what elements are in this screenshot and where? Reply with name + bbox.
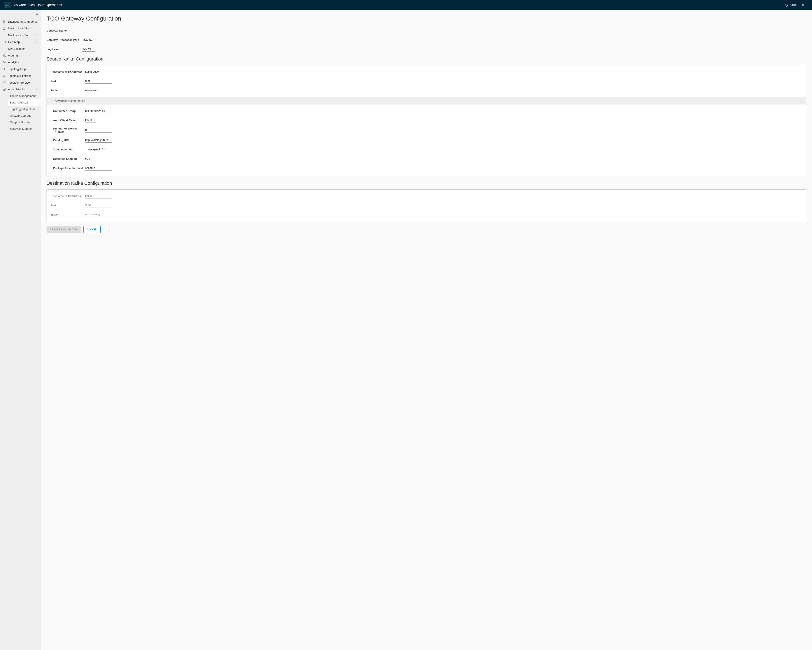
caret-down-icon	[93, 119, 96, 121]
gateway-processor-type-select[interactable]: rawdata	[82, 37, 96, 42]
gauge-icon	[3, 34, 6, 37]
select-value: latest	[85, 118, 92, 122]
dest-kafka-heading: Destination Kafka Configuration	[47, 180, 806, 186]
sidebar-item-label: Topology Service	[8, 81, 38, 84]
wrench-icon	[3, 47, 6, 50]
source-kafka-panel: Hostname or IP Address Port Topic Advanc…	[47, 65, 806, 176]
sidebar-item-label: Notifications View	[8, 27, 34, 30]
sidebar-item-notifications-summary[interactable]: Notifications Summ…	[0, 32, 41, 38]
chevron-down-icon	[35, 88, 38, 90]
dest-kafka-panel: Hostname or IP Address Port Topic	[47, 190, 806, 222]
sub-support-bundle[interactable]: Support Bundle	[8, 119, 41, 125]
sidebar-item-geo-map[interactable]: Geo Map	[0, 38, 41, 45]
pkg-id-field-input[interactable]	[85, 165, 112, 171]
label-src-port: Port	[50, 80, 85, 83]
sidebar-item-dashboards[interactable]: Dashboards & Reports	[0, 18, 41, 25]
chevron-right-icon	[35, 34, 38, 37]
create-collector-button: CREATE COLLECTOR	[47, 226, 81, 233]
alert-icon	[3, 54, 6, 57]
home-icon	[3, 27, 6, 30]
chevron-right-icon	[35, 27, 38, 30]
label-collector-name: Collector Name	[47, 29, 82, 32]
zookeeper-url-input[interactable]	[85, 147, 112, 152]
link-icon	[3, 81, 6, 84]
worker-threads-input[interactable]	[85, 128, 112, 133]
sidebar-item-notifications-view[interactable]: Notifications View	[0, 25, 41, 32]
svg-point-19	[4, 89, 5, 90]
sidebar-item-alerting[interactable]: Alerting	[0, 52, 41, 59]
svg-marker-7	[3, 41, 6, 43]
stats-enabled-select[interactable]: true	[85, 156, 94, 161]
topbar-left: vm VMware Telco Cloud Operations	[4, 2, 62, 8]
dst-hostname-input[interactable]	[85, 193, 112, 199]
app-title: VMware Telco Cloud Operations	[14, 3, 62, 7]
sidebar-item-topology-service[interactable]: Topology Service	[0, 79, 41, 86]
sub-gateway-mapper[interactable]: Gateway Mapper	[8, 125, 41, 132]
dashboards-icon	[3, 20, 6, 23]
sidebar-item-administration[interactable]: Administration	[0, 86, 41, 93]
label-catalog-url: Catalog URL	[53, 139, 85, 142]
sidebar-item-topology-map[interactable]: Topology Map	[0, 66, 41, 72]
moon-icon	[785, 3, 788, 7]
sub-system-upgrade[interactable]: System Upgrade	[8, 112, 41, 119]
catalog-url-input[interactable]	[85, 138, 112, 142]
log-level-select[interactable]: WARN	[82, 47, 95, 52]
sidebar-item-label: Dashboards & Reports	[8, 20, 38, 23]
sub-data-collector[interactable]: Data Collector	[8, 99, 41, 106]
sidebar: Dashboards & Reports Notifications View …	[0, 10, 41, 650]
label-dst-hostname: Hostname or IP Address	[50, 194, 85, 197]
sub-topology-map-config[interactable]: Topology Map Configurat…	[8, 106, 41, 112]
list-icon	[3, 74, 6, 78]
topbar-right: DARK	[785, 3, 808, 7]
map-icon	[3, 40, 6, 44]
chevron-right-icon	[35, 41, 38, 43]
dark-label: DARK	[790, 4, 797, 6]
src-hostname-input[interactable]	[85, 69, 112, 74]
label-pkg-id-field: Package Identifier field	[53, 167, 85, 170]
select-value: WARN	[82, 47, 91, 50]
gear-icon	[3, 87, 6, 91]
vmware-logo: vm	[4, 2, 11, 8]
auto-offset-select[interactable]: latest	[85, 118, 96, 123]
sidebar-collapse-button[interactable]	[0, 12, 41, 18]
sidebar-item-label: KPI Designer	[8, 47, 38, 50]
sidebar-item-kpi-designer[interactable]: KPI Designer	[0, 45, 41, 52]
dst-topic-input[interactable]	[85, 212, 112, 217]
svg-line-15	[4, 69, 5, 70]
caret-down-icon	[92, 48, 95, 50]
form-actions: CREATE COLLECTOR CANCEL	[47, 226, 806, 233]
dark-mode-toggle[interactable]: DARK	[785, 3, 797, 7]
topbar: vm VMware Telco Cloud Operations DARK	[0, 0, 812, 10]
sidebar-item-topology-explorer[interactable]: Topology Explorer	[0, 72, 41, 79]
sidebar-item-label: Administration	[8, 88, 34, 91]
select-value: rawdata	[82, 38, 92, 41]
svg-line-6	[4, 35, 5, 35]
sidebar-item-label: Topology Explorer	[8, 74, 38, 78]
double-chevron-left-icon	[35, 13, 38, 16]
sidebar-item-label: Analytics	[8, 61, 38, 64]
sidebar-item-analytics[interactable]: Analytics	[0, 59, 41, 66]
sub-profile-management[interactable]: Profile Management	[8, 93, 41, 99]
label-gateway-processor-type: Gateway Processor Type	[47, 38, 82, 41]
svg-line-14	[4, 68, 5, 69]
page-title: TCO-Gateway Configuration	[47, 15, 806, 22]
source-kafka-heading: Source Kafka Configuration	[47, 56, 806, 62]
label-src-topic: Topic	[50, 89, 85, 92]
label-auto-offset: Auto Offset Reset	[53, 119, 85, 122]
cancel-button[interactable]: CANCEL	[83, 226, 101, 233]
src-topic-input[interactable]	[85, 88, 112, 93]
advanced-config-label: Advanced Configuration	[55, 99, 85, 102]
caret-down-icon	[94, 39, 96, 41]
user-menu[interactable]	[801, 3, 808, 7]
collector-name-input[interactable]	[82, 28, 110, 33]
advanced-config-toggle[interactable]: Advanced Configuration	[47, 97, 806, 104]
dst-port-input[interactable]	[85, 203, 112, 208]
sidebar-item-label: Notifications Summ…	[8, 34, 34, 37]
sidebar-item-label: Topology Map	[8, 67, 38, 71]
svg-point-0	[803, 4, 804, 5]
label-zookeeper-url: Zookeeper URL	[53, 148, 85, 151]
label-stats-enabled: Statistics Enabled	[53, 157, 85, 161]
src-port-input[interactable]	[85, 78, 112, 84]
consumer-group-input[interactable]	[85, 109, 112, 113]
label-src-hostname: Hostname or IP Address	[50, 70, 85, 73]
